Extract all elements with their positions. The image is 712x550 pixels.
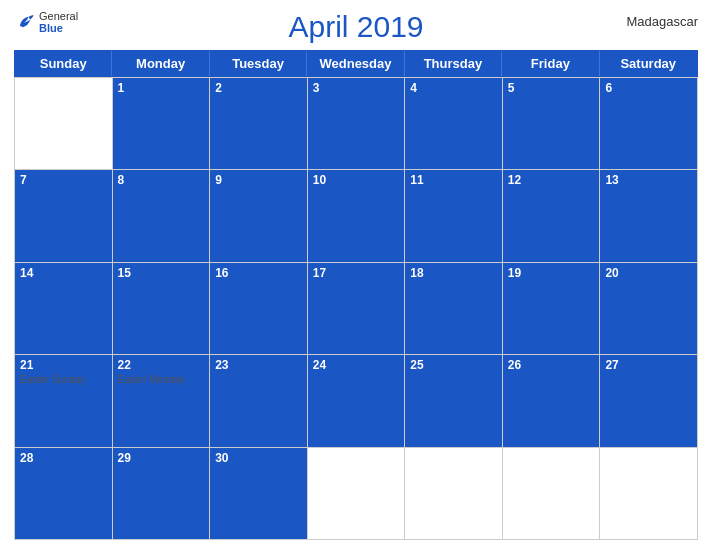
day-cell: 5 bbox=[503, 78, 601, 170]
day-cell: 12 bbox=[503, 170, 601, 262]
day-cell bbox=[405, 448, 503, 540]
day-cell: 20 bbox=[600, 263, 698, 355]
holiday-label: Easter Sunday bbox=[20, 374, 107, 385]
calendar-wrapper: General Blue April 2019 Madagascar Sunda… bbox=[0, 0, 712, 550]
day-cell: 23 bbox=[210, 355, 308, 447]
logo-general: General bbox=[39, 10, 78, 22]
day-number: 29 bbox=[118, 451, 205, 465]
day-number: 6 bbox=[605, 81, 692, 95]
day-cell: 16 bbox=[210, 263, 308, 355]
day-cell: 9 bbox=[210, 170, 308, 262]
calendar-title: April 2019 bbox=[288, 10, 423, 44]
day-number: 14 bbox=[20, 266, 107, 280]
day-cell: 26 bbox=[503, 355, 601, 447]
day-number: 1 bbox=[118, 81, 205, 95]
day-cell: 21Easter Sunday bbox=[15, 355, 113, 447]
calendar-header: General Blue April 2019 Madagascar bbox=[14, 10, 698, 44]
day-number: 11 bbox=[410, 173, 497, 187]
day-number: 2 bbox=[215, 81, 302, 95]
day-cell: 30 bbox=[210, 448, 308, 540]
header-thursday: Thursday bbox=[405, 51, 502, 76]
logo-label: General Blue bbox=[39, 10, 78, 34]
header-wednesday: Wednesday bbox=[307, 51, 404, 76]
header-sunday: Sunday bbox=[15, 51, 112, 76]
day-number: 30 bbox=[215, 451, 302, 465]
holiday-label: Easter Monday bbox=[118, 374, 205, 385]
day-cell: 29 bbox=[113, 448, 211, 540]
day-cell: 22Easter Monday bbox=[113, 355, 211, 447]
day-number: 5 bbox=[508, 81, 595, 95]
day-number: 27 bbox=[605, 358, 692, 372]
day-cell: 27 bbox=[600, 355, 698, 447]
day-number: 18 bbox=[410, 266, 497, 280]
day-number: 23 bbox=[215, 358, 302, 372]
day-number: 8 bbox=[118, 173, 205, 187]
day-number: 28 bbox=[20, 451, 107, 465]
day-number: 7 bbox=[20, 173, 107, 187]
header-friday: Friday bbox=[502, 51, 599, 76]
day-cell: 17 bbox=[308, 263, 406, 355]
day-cell: 13 bbox=[600, 170, 698, 262]
day-cell bbox=[600, 448, 698, 540]
day-number: 3 bbox=[313, 81, 400, 95]
day-cell: 6 bbox=[600, 78, 698, 170]
day-number: 21 bbox=[20, 358, 107, 372]
day-cell: 8 bbox=[113, 170, 211, 262]
day-cell: 11 bbox=[405, 170, 503, 262]
day-cell: 14 bbox=[15, 263, 113, 355]
day-cell bbox=[15, 78, 113, 170]
header-tuesday: Tuesday bbox=[210, 51, 307, 76]
day-number: 22 bbox=[118, 358, 205, 372]
day-cell: 15 bbox=[113, 263, 211, 355]
day-number: 12 bbox=[508, 173, 595, 187]
day-cell: 19 bbox=[503, 263, 601, 355]
day-cell bbox=[308, 448, 406, 540]
day-cell: 25 bbox=[405, 355, 503, 447]
day-cell: 1 bbox=[113, 78, 211, 170]
day-cell: 2 bbox=[210, 78, 308, 170]
day-number: 15 bbox=[118, 266, 205, 280]
day-cell: 24 bbox=[308, 355, 406, 447]
calendar-grid: 123456789101112131415161718192021Easter … bbox=[14, 77, 698, 540]
logo-bird-icon bbox=[14, 11, 36, 33]
day-cell: 3 bbox=[308, 78, 406, 170]
header-monday: Monday bbox=[112, 51, 209, 76]
day-number: 17 bbox=[313, 266, 400, 280]
day-cell: 4 bbox=[405, 78, 503, 170]
day-number: 19 bbox=[508, 266, 595, 280]
day-cell: 7 bbox=[15, 170, 113, 262]
header-saturday: Saturday bbox=[600, 51, 697, 76]
day-number: 20 bbox=[605, 266, 692, 280]
day-cell: 10 bbox=[308, 170, 406, 262]
day-cell: 18 bbox=[405, 263, 503, 355]
country-label: Madagascar bbox=[626, 14, 698, 29]
day-number: 26 bbox=[508, 358, 595, 372]
day-number: 25 bbox=[410, 358, 497, 372]
logo: General Blue bbox=[14, 10, 78, 34]
logo-blue: Blue bbox=[39, 22, 78, 34]
day-cell: 28 bbox=[15, 448, 113, 540]
day-number: 13 bbox=[605, 173, 692, 187]
day-headers: Sunday Monday Tuesday Wednesday Thursday… bbox=[14, 50, 698, 77]
day-number: 9 bbox=[215, 173, 302, 187]
day-number: 24 bbox=[313, 358, 400, 372]
day-number: 10 bbox=[313, 173, 400, 187]
day-number: 4 bbox=[410, 81, 497, 95]
day-cell bbox=[503, 448, 601, 540]
day-number: 16 bbox=[215, 266, 302, 280]
